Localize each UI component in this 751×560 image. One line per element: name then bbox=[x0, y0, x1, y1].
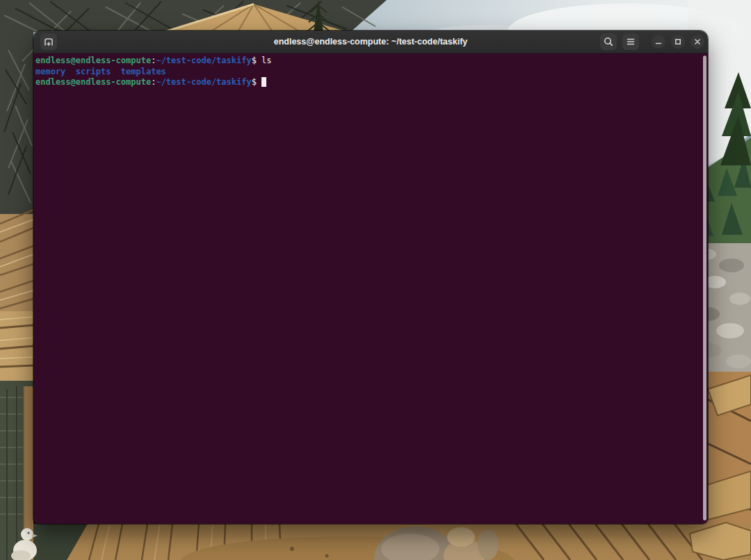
hamburger-menu-icon bbox=[625, 36, 636, 47]
terminal-screen[interactable]: endless@endless-compute:~/test-code/task… bbox=[33, 53, 708, 524]
scrollbar-thumb[interactable] bbox=[703, 56, 706, 520]
terminal-headerbar: endless@endless-compute: ~/test-code/tas… bbox=[33, 31, 708, 53]
terminal-line-prompt-1: endless@endless-compute:~/test-code/task… bbox=[35, 56, 698, 67]
new-tab-button[interactable] bbox=[40, 33, 57, 50]
prompt-user-host: endless@endless-compute bbox=[35, 77, 151, 87]
search-button[interactable] bbox=[600, 33, 617, 50]
close-button[interactable] bbox=[691, 35, 704, 49]
terminal-cursor bbox=[261, 77, 266, 87]
close-icon bbox=[693, 38, 702, 46]
minimize-icon bbox=[654, 38, 663, 46]
prompt-user-host: endless@endless-compute bbox=[35, 56, 151, 65]
typed-command: ls bbox=[261, 56, 271, 65]
maximize-icon bbox=[674, 38, 682, 46]
prompt-symbol: $ bbox=[252, 56, 257, 65]
terminal-line-prompt-2: endless@endless-compute:~/test-code/task… bbox=[35, 77, 698, 88]
ls-output-directories: memory scripts templates bbox=[35, 67, 166, 76]
prompt-path: ~/test-code/taskify bbox=[156, 56, 251, 65]
maximize-button[interactable] bbox=[671, 35, 685, 49]
prompt-path: ~/test-code/taskify bbox=[156, 77, 251, 87]
menu-button[interactable] bbox=[622, 33, 639, 50]
prompt-symbol: $ bbox=[252, 77, 257, 87]
minimize-button[interactable] bbox=[652, 35, 665, 49]
new-tab-icon bbox=[42, 35, 55, 48]
search-icon bbox=[603, 36, 614, 47]
terminal-line-output: memory scripts templates bbox=[35, 67, 698, 78]
terminal-window: endless@endless-compute: ~/test-code/tas… bbox=[33, 31, 708, 524]
desktop: endless@endless-compute: ~/test-code/tas… bbox=[0, 0, 751, 560]
